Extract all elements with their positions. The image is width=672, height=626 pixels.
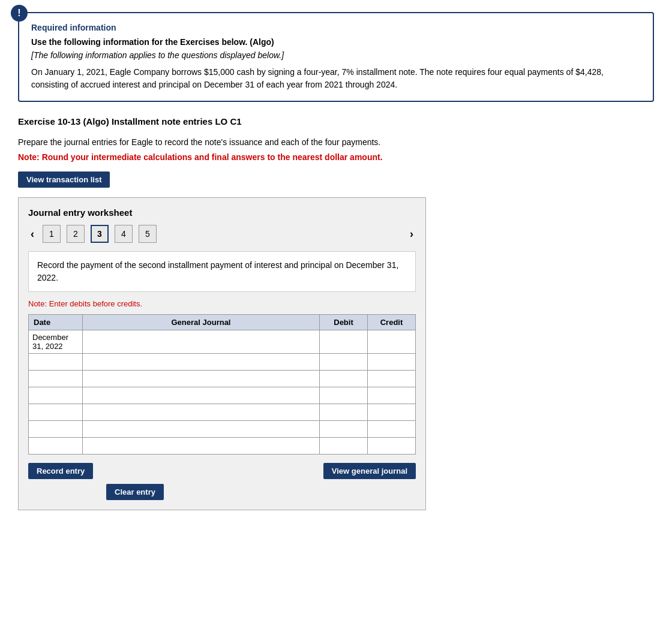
table-row [29, 404, 416, 421]
worksheet-title: Journal entry worksheet [28, 207, 416, 218]
info-icon: ! [11, 5, 28, 22]
debit-cell-3[interactable] [320, 371, 368, 387]
bold-line: Use the following information for the Ex… [31, 37, 641, 47]
date-cell-4[interactable] [29, 387, 83, 404]
credit-input-1[interactable] [368, 330, 415, 353]
body-text: On January 1, 2021, Eagle Company borrow… [31, 66, 641, 91]
credit-input-3[interactable] [368, 371, 415, 387]
journal-cell-3[interactable] [83, 371, 320, 387]
credit-cell-6[interactable] [368, 421, 416, 438]
credit-cell-7[interactable] [368, 438, 416, 455]
button-row-1: Record entry View general journal [28, 463, 416, 479]
credit-input-5[interactable] [368, 404, 415, 420]
tab-4[interactable]: 4 [115, 225, 133, 243]
date-cell-6[interactable] [29, 421, 83, 438]
date-cell-1: December31, 2022 [29, 330, 83, 354]
debit-input-7[interactable] [320, 438, 367, 454]
tab-3[interactable]: 3 [91, 225, 109, 243]
journal-input-6[interactable] [83, 421, 319, 437]
header-credit: Credit [368, 315, 416, 330]
tab-1[interactable]: 1 [43, 225, 61, 243]
view-transaction-button[interactable]: View transaction list [18, 171, 110, 188]
debit-cell-6[interactable] [320, 421, 368, 438]
journal-input-4[interactable] [83, 387, 319, 404]
journal-cell-7[interactable] [83, 438, 320, 455]
journal-input-1[interactable] [83, 330, 319, 353]
debit-input-2[interactable] [320, 354, 367, 370]
tab-5[interactable]: 5 [139, 225, 157, 243]
tab-2[interactable]: 2 [67, 225, 85, 243]
info-box: ! Required information Use the following… [18, 12, 654, 102]
prev-arrow[interactable]: ‹ [28, 228, 37, 240]
tab-navigation: ‹ 1 2 3 4 5 › [28, 225, 416, 243]
table-row [29, 354, 416, 371]
journal-cell-5[interactable] [83, 404, 320, 421]
button-row-2: Clear entry [106, 484, 416, 500]
date-cell-3[interactable] [29, 371, 83, 387]
journal-input-3[interactable] [83, 371, 319, 387]
journal-cell-4[interactable] [83, 387, 320, 404]
header-journal: General Journal [83, 315, 320, 330]
credit-input-7[interactable] [368, 438, 415, 454]
credit-cell-1[interactable] [368, 330, 416, 354]
description-box: Record the payment of the second install… [28, 251, 416, 292]
worksheet-container: Journal entry worksheet ‹ 1 2 3 4 5 › Re… [18, 197, 426, 510]
table-row: December31, 2022 [29, 330, 416, 354]
exercise-heading: Exercise 10-13 (Algo) Installment note e… [18, 116, 654, 127]
journal-table: Date General Journal Debit Credit Decemb… [28, 314, 416, 455]
table-row [29, 371, 416, 387]
date-input-3[interactable] [29, 371, 82, 387]
debit-input-4[interactable] [320, 387, 367, 404]
debit-cell-2[interactable] [320, 354, 368, 371]
header-debit: Debit [320, 315, 368, 330]
date-input-7[interactable] [29, 438, 82, 454]
journal-input-2[interactable] [83, 354, 319, 370]
date-input-5[interactable] [29, 404, 82, 420]
journal-input-7[interactable] [83, 438, 319, 454]
debit-cell-4[interactable] [320, 387, 368, 404]
debit-input-6[interactable] [320, 421, 367, 437]
journal-input-5[interactable] [83, 404, 319, 420]
clear-entry-button[interactable]: Clear entry [106, 484, 164, 500]
required-info-label: Required information [31, 23, 641, 32]
credit-input-6[interactable] [368, 421, 415, 437]
italic-line: [The following information applies to th… [31, 50, 641, 60]
date-input-6[interactable] [29, 421, 82, 437]
debit-cell-7[interactable] [320, 438, 368, 455]
date-input-2[interactable] [29, 354, 82, 370]
debit-input-1[interactable] [320, 330, 367, 353]
credit-cell-2[interactable] [368, 354, 416, 371]
credit-input-2[interactable] [368, 354, 415, 370]
next-arrow[interactable]: › [407, 228, 416, 240]
debit-input-3[interactable] [320, 371, 367, 387]
instructions-text: Prepare the journal entries for Eagle to… [18, 136, 654, 149]
date-input-4[interactable] [29, 387, 82, 404]
debit-input-5[interactable] [320, 404, 367, 420]
credit-cell-3[interactable] [368, 371, 416, 387]
header-date: Date [29, 315, 83, 330]
date-cell-2[interactable] [29, 354, 83, 371]
table-row [29, 438, 416, 455]
credit-input-4[interactable] [368, 387, 415, 404]
view-general-journal-button[interactable]: View general journal [323, 463, 416, 479]
journal-cell-1[interactable] [83, 330, 320, 354]
note-debits: Note: Enter debits before credits. [28, 299, 416, 308]
debit-cell-5[interactable] [320, 404, 368, 421]
date-cell-7[interactable] [29, 438, 83, 455]
credit-cell-5[interactable] [368, 404, 416, 421]
note-red: Note: Round your intermediate calculatio… [18, 152, 654, 162]
credit-cell-4[interactable] [368, 387, 416, 404]
debit-cell-1[interactable] [320, 330, 368, 354]
table-row [29, 421, 416, 438]
table-row [29, 387, 416, 404]
journal-cell-6[interactable] [83, 421, 320, 438]
record-entry-button[interactable]: Record entry [28, 463, 93, 479]
journal-cell-2[interactable] [83, 354, 320, 371]
date-cell-5[interactable] [29, 404, 83, 421]
